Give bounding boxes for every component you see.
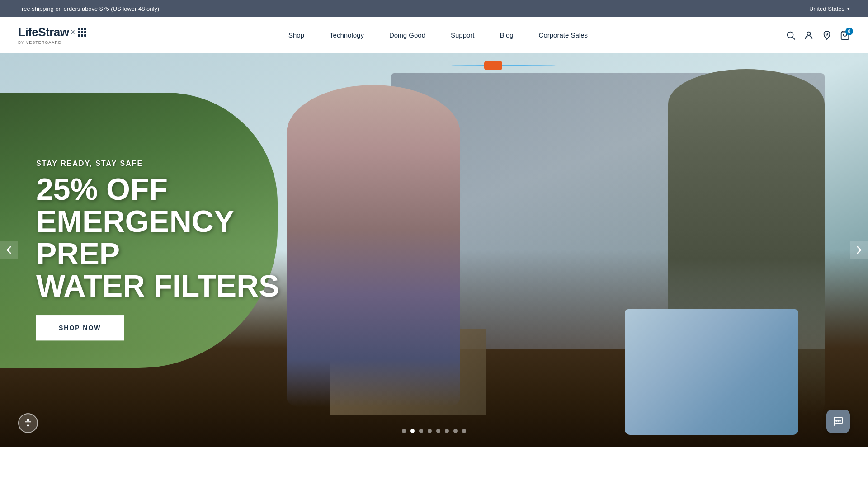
svg-line-1 xyxy=(793,37,795,39)
hero-content: STAY READY, STAY SAFE 25% OFF EMERGENCY … xyxy=(36,160,316,340)
device-spout xyxy=(484,61,502,70)
logo-subtitle: by VESTERGAARD xyxy=(18,40,90,45)
svg-point-2 xyxy=(807,32,810,35)
nav-item-doing-good[interactable]: Doing Good xyxy=(377,31,438,39)
accessibility-button[interactable] xyxy=(18,413,38,433)
carousel-dot-7[interactable] xyxy=(453,429,458,433)
hero-title-line1: 25% OFF xyxy=(36,172,168,206)
store-locator-button[interactable] xyxy=(822,30,832,40)
header: LifeStraw ® by VESTERGAARD Shop Technolo… xyxy=(0,17,868,53)
water-filter-device: LifeStraw® xyxy=(451,65,555,66)
accessibility-icon xyxy=(23,418,33,428)
search-icon xyxy=(786,30,796,40)
svg-point-6 xyxy=(838,420,839,421)
carousel-dot-5[interactable] xyxy=(436,429,440,433)
hero-title-line3: WATER FILTERS xyxy=(36,268,279,303)
nav-item-corporate-sales[interactable]: Corporate Sales xyxy=(526,31,600,39)
account-button[interactable] xyxy=(804,30,814,40)
chevron-left-icon xyxy=(6,245,12,254)
hero-title-line2: EMERGENCY PREP xyxy=(36,204,234,271)
svg-point-8 xyxy=(840,420,840,421)
chat-button[interactable] xyxy=(826,410,850,433)
chevron-right-icon xyxy=(856,245,862,254)
location-pin-icon xyxy=(822,30,832,40)
cart-badge: 0 xyxy=(845,28,853,35)
carousel-dot-6[interactable] xyxy=(445,429,449,433)
carousel-dot-1[interactable] xyxy=(402,429,406,433)
user-icon xyxy=(804,30,814,40)
carousel-dot-8[interactable] xyxy=(462,429,466,433)
carousel-prev-button[interactable] xyxy=(0,241,18,259)
hero-section: LifeStraw® STAY READY, STAY SAFE 25% OFF… xyxy=(0,53,868,447)
chevron-down-icon: ▾ xyxy=(847,6,850,12)
cart-button[interactable]: 0 xyxy=(840,30,850,40)
nav-item-support[interactable]: Support xyxy=(438,31,487,39)
svg-point-3 xyxy=(826,33,828,35)
svg-point-7 xyxy=(836,420,837,421)
device-top xyxy=(451,65,555,66)
water-container-layer xyxy=(625,309,798,435)
carousel-dot-2[interactable] xyxy=(410,429,415,433)
top-banner: Free shipping on orders above $75 (US lo… xyxy=(0,0,868,17)
chat-icon xyxy=(833,416,844,427)
carousel-next-button[interactable] xyxy=(850,241,868,259)
carousel-dot-3[interactable] xyxy=(419,429,423,433)
shipping-text: Free shipping on orders above $75 (US lo… xyxy=(18,5,159,12)
nav-item-shop[interactable]: Shop xyxy=(276,31,317,39)
search-button[interactable] xyxy=(786,30,796,40)
svg-point-5 xyxy=(27,419,29,421)
logo-registered-icon: ® xyxy=(71,29,75,36)
hero-subtitle: STAY READY, STAY SAFE xyxy=(36,160,316,168)
nav-item-blog[interactable]: Blog xyxy=(487,31,526,39)
country-label: United States xyxy=(809,5,844,12)
country-selector[interactable]: United States ▾ xyxy=(809,5,850,12)
logo-brand-text: LifeStraw xyxy=(18,25,69,39)
main-nav: Shop Technology Doing Good Support Blog … xyxy=(276,31,600,39)
hero-title: 25% OFF EMERGENCY PREP WATER FILTERS xyxy=(36,173,316,302)
hero-cta-button[interactable]: SHOP NOW xyxy=(36,315,124,340)
carousel-dots xyxy=(402,429,466,433)
logo-grid-icon xyxy=(78,28,86,37)
header-icons: 0 xyxy=(786,30,850,40)
logo[interactable]: LifeStraw ® by VESTERGAARD xyxy=(18,25,90,45)
nav-item-technology[interactable]: Technology xyxy=(317,31,377,39)
carousel-dot-4[interactable] xyxy=(428,429,432,433)
